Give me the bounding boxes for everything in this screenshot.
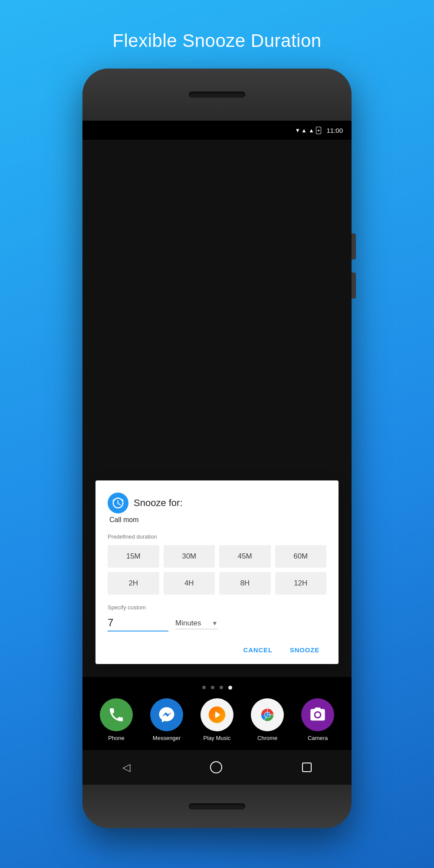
bottom-bezel <box>82 785 352 828</box>
dot-1 <box>202 686 206 689</box>
phone-app-label: Phone <box>108 735 125 741</box>
screen-dark-area <box>82 140 352 476</box>
app-camera[interactable]: Camera <box>301 698 334 741</box>
speaker-grille <box>189 92 245 98</box>
camera-app-label: Camera <box>308 735 328 741</box>
volume-button[interactable] <box>352 273 356 299</box>
recents-icon <box>302 763 312 772</box>
snooze-button[interactable]: SNOOZE <box>283 641 326 659</box>
signal-icon: ▲ <box>301 127 307 134</box>
top-bezel <box>82 69 352 121</box>
unit-select-wrapper[interactable]: Minutes Hours ▼ <box>175 619 218 629</box>
dialog-actions: CANCEL SNOOZE <box>108 639 326 659</box>
dialog-header: Snooze for: <box>108 493 326 513</box>
bottom-mic-grille <box>189 803 245 809</box>
duration-2h[interactable]: 2H <box>108 572 159 595</box>
app-messenger[interactable]: Messenger <box>150 698 183 741</box>
duration-30m[interactable]: 30M <box>164 545 215 568</box>
dot-4-active <box>228 686 232 690</box>
duration-grid: 15M 30M 45M 60M 2H 4H 8H 12H <box>108 545 326 595</box>
status-icons: ▾ ▲ ▲ ▪ 11:00 <box>296 126 343 134</box>
messenger-app-icon <box>150 698 183 731</box>
phone-shell: ▾ ▲ ▲ ▪ 11:00 Snooze f <box>82 69 352 828</box>
duration-15m[interactable]: 15M <box>108 545 159 568</box>
duration-12h[interactable]: 12H <box>275 572 327 595</box>
app-chrome[interactable]: Chrome <box>251 698 284 741</box>
messenger-app-label: Messenger <box>153 735 181 741</box>
home-button[interactable] <box>210 761 222 773</box>
duration-60m[interactable]: 60M <box>275 545 327 568</box>
app-playmusic[interactable]: Play Music <box>201 698 233 741</box>
playmusic-app-icon <box>201 698 233 731</box>
cancel-button[interactable]: CANCEL <box>237 641 279 659</box>
dropdown-arrow-icon: ▼ <box>212 620 218 627</box>
page-title: Flexible Snooze Duration <box>112 30 321 51</box>
duration-45m[interactable]: 45M <box>219 545 271 568</box>
status-time: 11:00 <box>326 127 343 134</box>
app-phone[interactable]: Phone <box>100 698 133 741</box>
battery-icon: ▪ <box>316 127 322 134</box>
back-icon: ◁ <box>122 761 130 773</box>
power-button[interactable] <box>352 233 356 260</box>
home-screen-bottom: Phone Messenger <box>82 677 352 750</box>
chrome-app-label: Chrome <box>257 735 277 741</box>
custom-inputs: Minutes Hours ▼ <box>108 617 326 631</box>
nav-bar: ◁ <box>82 750 352 785</box>
dialog-subtitle: Call mom <box>108 516 326 524</box>
duration-4h[interactable]: 4H <box>164 572 215 595</box>
playmusic-app-label: Play Music <box>204 735 231 741</box>
duration-8h[interactable]: 8H <box>219 572 271 595</box>
phone-app-icon <box>100 698 133 731</box>
predefined-label: Predefined duration <box>108 533 326 540</box>
chrome-app-icon <box>251 698 284 731</box>
dialog-overlay: Snooze for: Call mom Predefined duration… <box>82 476 352 677</box>
page-dots <box>82 686 352 690</box>
dot-3 <box>220 686 223 689</box>
app-dock: Phone Messenger <box>82 698 352 746</box>
custom-section: Specify custom Minutes Hours ▼ <box>108 604 326 631</box>
phone-screen: ▾ ▲ ▲ ▪ 11:00 Snooze f <box>82 121 352 785</box>
alarm-icon <box>108 493 128 513</box>
status-bar: ▾ ▲ ▲ ▪ 11:00 <box>82 121 352 140</box>
snooze-dialog: Snooze for: Call mom Predefined duration… <box>95 480 339 664</box>
camera-app-icon <box>301 698 334 731</box>
signal-icon-2: ▲ <box>309 127 314 134</box>
recents-button[interactable] <box>302 763 312 772</box>
unit-select[interactable]: Minutes Hours <box>175 619 210 627</box>
wifi-icon: ▾ <box>296 126 299 134</box>
dot-2 <box>211 686 214 689</box>
dialog-title: Snooze for: <box>134 497 183 509</box>
custom-label: Specify custom <box>108 604 326 611</box>
home-icon <box>210 761 222 773</box>
back-button[interactable]: ◁ <box>122 761 130 773</box>
svg-point-1 <box>214 712 220 717</box>
custom-number-input[interactable] <box>108 617 168 631</box>
